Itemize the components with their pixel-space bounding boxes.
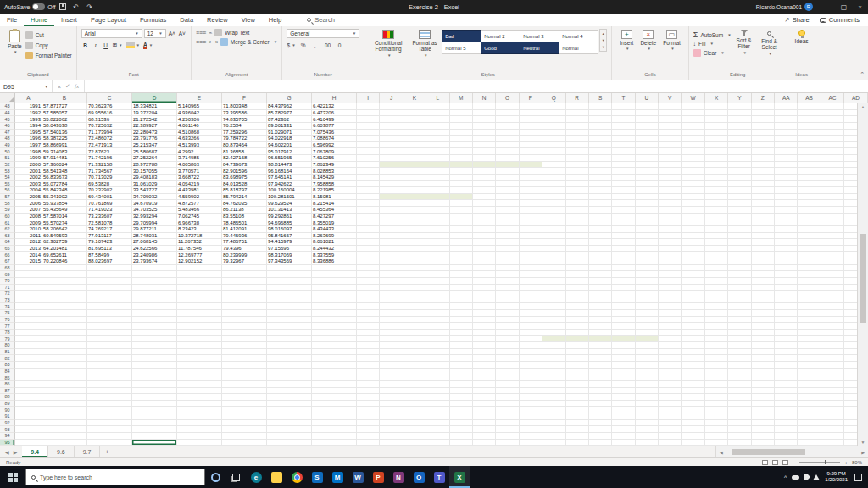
row-header-79[interactable]: 79: [0, 336, 15, 343]
cell-Q52[interactable]: [542, 162, 565, 169]
cell-U88[interactable]: [636, 394, 659, 401]
cell-S61[interactable]: [589, 219, 612, 226]
row-header-62[interactable]: 62: [0, 226, 15, 233]
cell-T88[interactable]: [612, 394, 635, 401]
cell-M89[interactable]: [450, 401, 473, 408]
cell-G71[interactable]: [267, 285, 312, 291]
cell-V51[interactable]: [659, 155, 682, 162]
cell-X71[interactable]: [705, 285, 728, 291]
cell-AB70[interactable]: [798, 278, 821, 285]
cell-Q74[interactable]: [542, 303, 565, 310]
cell-Y78[interactable]: [728, 330, 751, 336]
cell-I78[interactable]: [357, 330, 380, 336]
cell-V76[interactable]: [659, 317, 682, 324]
cell-K78[interactable]: [403, 330, 426, 336]
cell-O84[interactable]: [496, 369, 519, 375]
cell-Y85[interactable]: [728, 374, 751, 381]
cell-A80[interactable]: [15, 342, 42, 349]
column-header-M[interactable]: M: [450, 93, 473, 103]
cell-AC63[interactable]: [821, 233, 844, 240]
cell-J80[interactable]: [380, 342, 403, 349]
cell-K90[interactable]: [403, 407, 426, 413]
cell-F85[interactable]: [222, 374, 267, 381]
cell-N85[interactable]: [473, 374, 496, 381]
cell-O44[interactable]: [496, 110, 519, 117]
cell-N57[interactable]: [473, 194, 496, 201]
ideas-button[interactable]: Ideas: [792, 29, 812, 45]
cell-R80[interactable]: [566, 342, 589, 349]
cell-D90[interactable]: [132, 407, 177, 413]
cell-M43[interactable]: [450, 103, 473, 110]
cell-V60[interactable]: [659, 214, 682, 220]
row-header-59[interactable]: 59: [0, 207, 15, 214]
cell-F82[interactable]: [222, 355, 267, 362]
cell-B55[interactable]: 55.072784: [42, 181, 87, 188]
cell-I53[interactable]: [357, 168, 380, 175]
borders-button[interactable]: ⊞▼: [112, 41, 124, 49]
cell-P87[interactable]: [520, 388, 542, 395]
row-header-75[interactable]: 75: [0, 310, 15, 317]
cell-E57[interactable]: 4.559902: [177, 194, 222, 201]
row-header-43[interactable]: 43: [0, 103, 15, 110]
cell-O69[interactable]: [496, 271, 519, 278]
cell-N84[interactable]: [473, 369, 496, 375]
cell-N49[interactable]: [473, 142, 496, 149]
teams-taskbar-button[interactable]: T: [429, 466, 449, 488]
cell-R65[interactable]: [566, 246, 589, 252]
row-header-63[interactable]: 63: [0, 233, 15, 240]
cell-I55[interactable]: [357, 181, 380, 188]
cell-I93[interactable]: [357, 426, 380, 433]
cell-L56[interactable]: [426, 187, 449, 194]
cell-B69[interactable]: [42, 271, 87, 278]
cell-A86[interactable]: [15, 381, 42, 388]
cell-Z47[interactable]: [752, 130, 775, 136]
cortana-button[interactable]: [205, 466, 225, 488]
cell-Q47[interactable]: [542, 130, 565, 136]
cell-S81[interactable]: [589, 349, 612, 356]
cell-B72[interactable]: [42, 291, 87, 297]
cell-S50[interactable]: [589, 148, 612, 155]
cell-R67[interactable]: [566, 258, 589, 265]
insert-button[interactable]: +Insert▼: [616, 29, 637, 53]
cell-N52[interactable]: [473, 162, 496, 169]
cell-L47[interactable]: [426, 130, 449, 136]
cell-Z74[interactable]: [752, 303, 775, 310]
cell-Q69[interactable]: [542, 271, 565, 278]
cell-AC90[interactable]: [821, 407, 844, 413]
cell-F93[interactable]: [222, 426, 267, 433]
cell-AA95[interactable]: [775, 440, 798, 446]
cell-W49[interactable]: [682, 142, 704, 149]
cell-N86[interactable]: [473, 381, 496, 388]
row-header-88[interactable]: 88: [0, 394, 15, 401]
cell-U82[interactable]: [636, 355, 659, 362]
cell-A85[interactable]: [15, 374, 42, 381]
cell-AB80[interactable]: [798, 342, 821, 349]
cell-E82[interactable]: [177, 355, 222, 362]
cell-E66[interactable]: 12.269777: [177, 252, 222, 258]
cell-D81[interactable]: [132, 349, 177, 356]
cell-A72[interactable]: [15, 291, 42, 297]
cell-I63[interactable]: [357, 233, 380, 240]
cell-AA80[interactable]: [775, 342, 798, 349]
cell-H70[interactable]: [312, 278, 357, 285]
cell-AA70[interactable]: [775, 278, 798, 285]
clock[interactable]: 9:29 PM 1/20/2021: [825, 471, 848, 483]
cell-F52[interactable]: 84.739673: [222, 162, 267, 169]
cell-N95[interactable]: [473, 440, 496, 446]
chrome-taskbar-button[interactable]: [287, 466, 307, 488]
cell-H81[interactable]: [312, 349, 357, 356]
cell-R79[interactable]: [566, 336, 589, 343]
cell-O67[interactable]: [496, 258, 519, 265]
cell-C74[interactable]: [87, 303, 132, 310]
powerpoint-taskbar-button[interactable]: P: [368, 466, 388, 488]
cell-Y63[interactable]: [728, 233, 751, 240]
fill-button[interactable]: ↓Fill▼: [693, 41, 732, 47]
cell-AA44[interactable]: [775, 110, 798, 117]
cell-Q44[interactable]: [542, 110, 565, 117]
cell-N54[interactable]: [473, 175, 496, 181]
cell-A63[interactable]: 2011: [15, 233, 42, 240]
cell-A90[interactable]: [15, 407, 42, 413]
row-header-92[interactable]: 92: [0, 420, 15, 427]
cell-D75[interactable]: [132, 310, 177, 317]
cell-H80[interactable]: [312, 342, 357, 349]
